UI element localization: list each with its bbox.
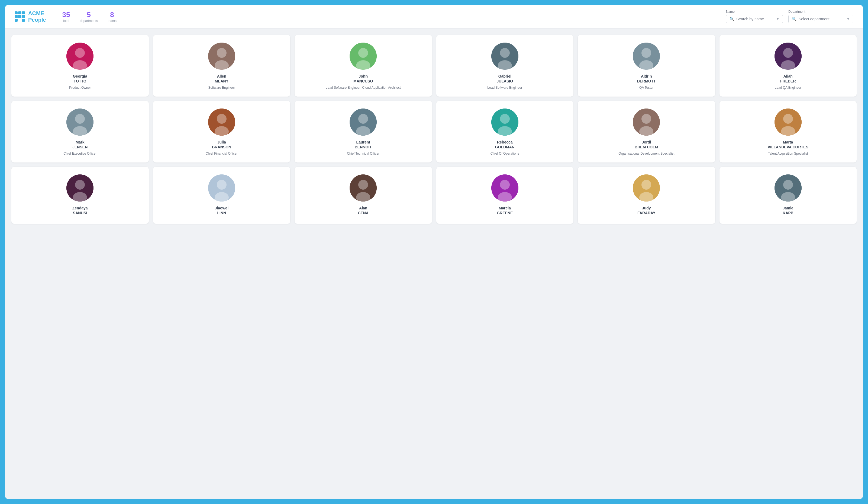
- department-chevron-icon: ▼: [847, 17, 850, 21]
- person-role: Chief Of Operations: [490, 151, 519, 156]
- avatar: [633, 109, 660, 135]
- header: ACME People 35 total 5 departments 8 tea…: [5, 5, 863, 29]
- avatar: [775, 43, 802, 70]
- person-last-name: BENNOIT: [355, 145, 372, 149]
- person-last-name: JENSEN: [72, 145, 87, 149]
- person-role: Chief Financial Officer: [206, 151, 238, 156]
- department-filter-select[interactable]: 🔍 Select department ▼: [788, 14, 854, 23]
- svg-point-37: [75, 180, 85, 190]
- person-card[interactable]: JordiBREM COLMOrganisational Development…: [578, 101, 715, 162]
- name-filter-label: Name: [726, 10, 783, 13]
- person-card[interactable]: JudyFARADAY: [578, 167, 715, 224]
- name-search-icon: 🔍: [730, 17, 734, 21]
- svg-point-28: [500, 114, 510, 124]
- person-last-name: GREENE: [497, 211, 513, 215]
- stat-total-number: 35: [62, 11, 70, 19]
- person-first-name: Marcia: [499, 206, 511, 210]
- person-card[interactable]: JiaoweiLINN: [153, 167, 290, 224]
- avatar: [208, 43, 235, 70]
- person-role: Software Engineer: [208, 85, 235, 90]
- stat-departments-number: 5: [87, 11, 91, 19]
- person-card[interactable]: AlanCENA: [294, 167, 432, 224]
- person-card[interactable]: MarciaGREENE: [436, 167, 574, 224]
- person-first-name: Marta: [783, 140, 793, 144]
- header-filters: Name 🔍 Search by name ▼ Department 🔍 Sel…: [726, 10, 854, 23]
- person-first-name: Aldrin: [641, 74, 652, 78]
- name-filter-group: Name 🔍 Search by name ▼: [726, 10, 783, 23]
- avatar: [491, 109, 518, 135]
- person-last-name: GOLDMAN: [495, 145, 515, 149]
- stat-total-label: total: [63, 19, 69, 23]
- person-card[interactable]: AldrinDERMOTTQA Tester: [578, 35, 715, 97]
- svg-point-13: [641, 48, 651, 58]
- app-title-line2: People: [28, 17, 46, 23]
- person-card[interactable]: GeorgiaTOTTOProduct Owner: [11, 35, 149, 97]
- name-filter-placeholder: Search by name: [736, 17, 774, 21]
- person-last-name: KAPP: [783, 211, 793, 215]
- person-card[interactable]: ZendayaSANUSI: [11, 167, 149, 224]
- person-card[interactable]: RebeccaGOLDMANChief Of Operations: [436, 101, 574, 162]
- avatar: [66, 174, 93, 202]
- person-card[interactable]: LaurentBENNOITChief Technical Officer: [294, 101, 432, 162]
- person-role: Organisational Development Specialist: [618, 151, 674, 156]
- svg-point-19: [75, 114, 85, 124]
- app-title-line1: ACME: [28, 10, 46, 17]
- person-role: Lead Software Engineer: [487, 85, 522, 90]
- person-last-name: BREM COLM: [635, 145, 658, 149]
- department-filter-label: Department: [788, 10, 854, 13]
- person-role: Lead Software Engineer, Cloud Applicatio…: [326, 85, 401, 90]
- name-filter-select[interactable]: 🔍 Search by name ▼: [726, 14, 783, 23]
- avatar: [775, 109, 802, 135]
- name-chevron-icon: ▼: [776, 17, 779, 21]
- person-role: Chief Technical Officer: [347, 151, 379, 156]
- person-role: Chief Executive Officer: [63, 151, 96, 156]
- avatar: [491, 43, 518, 70]
- person-last-name: LINN: [217, 211, 226, 215]
- person-first-name: Judy: [642, 206, 651, 210]
- person-role: Product Owner: [69, 85, 91, 90]
- person-last-name: FREDER: [780, 79, 796, 83]
- person-last-name: CENA: [358, 211, 369, 215]
- person-first-name: Allen: [217, 74, 226, 78]
- avatar: [66, 43, 93, 70]
- person-card[interactable]: AllenMEANYSoftware Engineer: [153, 35, 290, 97]
- person-last-name: VILLANUEVA CORTES: [768, 145, 808, 149]
- svg-point-43: [358, 180, 368, 190]
- person-card[interactable]: GabrielJULASIOLead Software Engineer: [436, 35, 574, 97]
- person-last-name: FARADAY: [637, 211, 655, 215]
- person-role: Talent Acquisition Specialist: [768, 151, 808, 156]
- person-first-name: John: [359, 74, 368, 78]
- person-first-name: Alan: [359, 206, 367, 210]
- person-first-name: Rebecca: [497, 140, 513, 144]
- avatar: [491, 174, 518, 202]
- person-card[interactable]: JamieKAPP: [720, 167, 857, 224]
- svg-point-25: [358, 114, 368, 124]
- person-first-name: Zendaya: [72, 206, 88, 210]
- stat-teams-label: teams: [107, 19, 116, 23]
- person-card[interactable]: MartaVILLANUEVA CORTESTalent Acquisition…: [720, 101, 857, 162]
- person-first-name: Laurent: [356, 140, 370, 144]
- person-card[interactable]: MarkJENSENChief Executive Officer: [11, 101, 149, 162]
- svg-point-10: [500, 48, 510, 58]
- person-card[interactable]: JohnMANCUSOLead Software Engineer, Cloud…: [294, 35, 432, 97]
- svg-point-49: [641, 180, 651, 190]
- stat-teams: 8 teams: [107, 11, 116, 23]
- svg-point-1: [75, 48, 85, 58]
- person-last-name: DERMOTT: [637, 79, 656, 83]
- person-role: QA Tester: [639, 85, 653, 90]
- person-first-name: Jamie: [783, 206, 794, 210]
- avatar: [350, 109, 377, 135]
- svg-point-4: [217, 48, 227, 58]
- person-first-name: Gabriel: [498, 74, 512, 78]
- svg-point-16: [783, 48, 793, 58]
- person-first-name: Julia: [217, 140, 226, 144]
- department-search-icon: 🔍: [792, 17, 796, 21]
- avatar: [350, 43, 377, 70]
- person-card[interactable]: AliahFREDERLead QA Engineer: [720, 35, 857, 97]
- person-last-name: TOTTO: [74, 79, 86, 83]
- person-first-name: Georgia: [73, 74, 87, 78]
- logo-icon: [14, 11, 25, 22]
- person-card[interactable]: JuliaBRANSONChief Financial Officer: [153, 101, 290, 162]
- svg-point-46: [500, 180, 510, 190]
- svg-point-7: [358, 48, 368, 58]
